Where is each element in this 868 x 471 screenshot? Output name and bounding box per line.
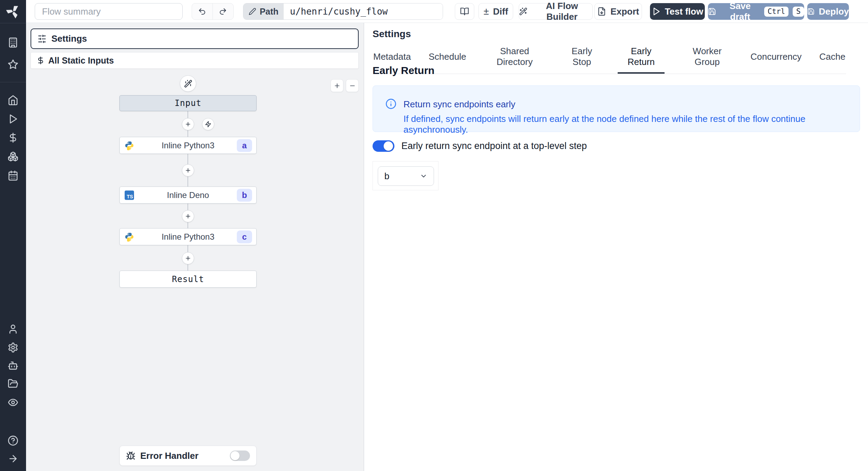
sidebar-divider: [0, 23, 26, 23]
test-flow-button[interactable]: Test flow: [650, 3, 705, 20]
sidebar-settings-button[interactable]: [8, 342, 18, 353]
sidebar-resources-button[interactable]: [8, 151, 18, 162]
flow-settings-button[interactable]: Settings: [31, 28, 359, 49]
play-icon: [8, 114, 18, 124]
error-handler-node[interactable]: Error Handler: [119, 446, 257, 466]
plus-icon: [185, 167, 191, 174]
tab-cache[interactable]: Cache: [819, 43, 846, 74]
sidebar-favorites-button[interactable]: [8, 59, 18, 70]
add-trigger-button[interactable]: [202, 118, 214, 130]
book-open-icon: [460, 7, 469, 16]
flow-summary-input[interactable]: [35, 3, 183, 20]
result-node-label: Result: [120, 271, 256, 287]
input-node[interactable]: Input: [119, 95, 257, 111]
sidebar-expand-button[interactable]: [8, 453, 18, 464]
step-node-c[interactable]: Inline Python3 c: [119, 228, 257, 245]
all-static-inputs-button[interactable]: All Static Inputs: [31, 52, 359, 69]
sidebar-workers-button[interactable]: [8, 360, 18, 371]
save-draft-button[interactable]: Save draft Ctrl S: [708, 3, 804, 20]
redo-button[interactable]: [213, 3, 234, 19]
zoom-out-button[interactable]: [346, 79, 359, 92]
info-box-title: Return sync endpoints early: [403, 99, 515, 110]
info-box-body: If defined, sync endpoints will return e…: [403, 114, 860, 135]
boxes-icon: [8, 151, 18, 162]
kbd-s: S: [793, 7, 804, 17]
settings-panel-title: Settings: [373, 28, 411, 40]
step-node-label: Inline Python3: [120, 229, 256, 245]
pencil-icon: [249, 8, 256, 15]
step-node-a[interactable]: Inline Python3 a: [119, 137, 257, 154]
undo-button[interactable]: [192, 3, 213, 19]
wand-sparkles-icon: [519, 7, 527, 16]
undo-redo-group: [192, 3, 234, 20]
all-static-inputs-label: All Static Inputs: [48, 56, 114, 66]
early-return-step-select[interactable]: b: [378, 166, 434, 186]
ai-flow-builder-button[interactable]: AI Flow Builder: [519, 3, 593, 20]
tab-early-return[interactable]: Early Return: [618, 43, 665, 74]
early-return-toggle-row: Early return sync endpoint at a top-leve…: [373, 140, 587, 152]
chevron-down-icon: [420, 172, 427, 180]
flow-path-input[interactable]: [284, 3, 443, 19]
help-circle-icon: [8, 435, 18, 446]
tab-concurrency[interactable]: Concurrency: [750, 43, 802, 74]
tab-early-stop[interactable]: Early Stop: [562, 43, 602, 74]
tab-shared-directory[interactable]: Shared Directory: [483, 43, 546, 74]
windmill-flow-editor: Path ± Diff AI Flow Builder Export Test …: [0, 0, 868, 471]
early-return-heading: Early Return: [373, 65, 434, 76]
folder-open-icon: [8, 378, 18, 389]
diff-button-label: Diff: [493, 6, 508, 17]
sidebar-runs-button[interactable]: [8, 114, 18, 124]
add-step-button[interactable]: [182, 210, 194, 222]
windmill-logo-icon[interactable]: [6, 5, 20, 18]
step-id-badge: a: [237, 139, 252, 152]
path-button-label: Path: [260, 7, 278, 17]
edit-path-button[interactable]: Path: [243, 3, 284, 19]
sidebar-schedules-button[interactable]: [8, 170, 18, 181]
info-icon: [385, 98, 397, 109]
tab-worker-group[interactable]: Worker Group: [681, 43, 733, 74]
flow-path-group: Path: [243, 3, 443, 20]
save-icon: [807, 7, 815, 16]
bug-icon: [126, 451, 135, 461]
zap-icon: [205, 121, 211, 127]
calendar-icon: [8, 170, 18, 181]
save-icon: [708, 7, 716, 16]
sidebar-audit-logs-button[interactable]: [8, 397, 18, 408]
docs-button[interactable]: [455, 3, 474, 20]
step-id-badge: b: [237, 189, 252, 201]
add-step-button[interactable]: [182, 118, 194, 130]
zoom-in-button[interactable]: [331, 79, 343, 92]
sidebar-workspace-button[interactable]: [8, 37, 18, 48]
undo-icon: [198, 7, 206, 16]
test-flow-label: Test flow: [665, 6, 703, 17]
robot-icon: [8, 360, 18, 371]
sidebar-home-button[interactable]: [8, 95, 18, 106]
export-button-label: Export: [610, 6, 639, 17]
export-button[interactable]: Export: [594, 3, 642, 20]
plus-icon: [334, 82, 341, 89]
wand-sparkles-icon: [184, 80, 192, 88]
deploy-button[interactable]: Deploy: [807, 3, 849, 20]
step-node-b[interactable]: TS Inline Deno b: [119, 187, 257, 204]
star-icon: [8, 59, 18, 70]
sidebar-folders-button[interactable]: [8, 378, 18, 389]
add-step-button[interactable]: [182, 252, 194, 264]
dollar-icon: [8, 132, 18, 143]
ai-step-wand-button[interactable]: [180, 75, 196, 92]
early-return-toggle[interactable]: [373, 140, 394, 152]
kbd-ctrl: Ctrl: [764, 7, 789, 17]
deploy-label: Deploy: [819, 6, 849, 17]
sidebar-users-button[interactable]: [8, 324, 18, 334]
add-step-button[interactable]: [182, 164, 194, 176]
home-icon: [8, 95, 18, 106]
step-select-value: b: [384, 171, 389, 182]
diff-button[interactable]: ± Diff: [478, 3, 513, 20]
app-sidebar: [0, 0, 26, 471]
flow-settings-panel: Settings Metadata Schedule Shared Direct…: [364, 23, 868, 471]
result-node[interactable]: Result: [119, 271, 257, 288]
play-icon: [652, 7, 661, 16]
plus-icon: [185, 121, 191, 127]
sidebar-variables-button[interactable]: [8, 132, 18, 143]
sidebar-help-button[interactable]: [8, 435, 18, 446]
error-handler-toggle[interactable]: [230, 451, 250, 461]
